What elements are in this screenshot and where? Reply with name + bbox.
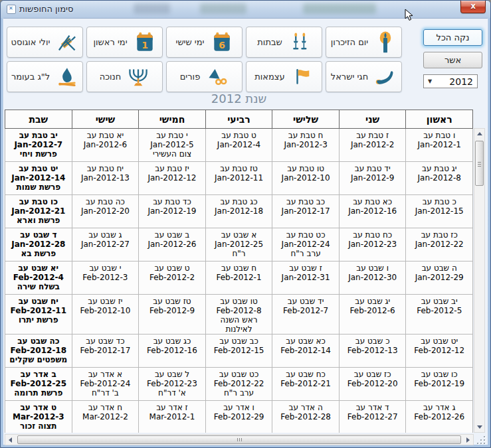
window-title: סימון החופשות — [19, 4, 73, 14]
calendar-cell[interactable]: יח שבט עב11-Feb-2012פרשת יתרו — [5, 295, 72, 335]
calendar-cell[interactable]: ח טבת עב3-Jan-2012 — [272, 129, 340, 162]
calendar-cell[interactable]: טז טבת עב11-Jan-2012 — [205, 162, 272, 195]
calendar-cell[interactable]: ב שבט עב26-Jan-2012 — [139, 228, 206, 261]
calendar-cell[interactable]: יז שבט עב10-Feb-2012 — [72, 295, 139, 335]
calendar-cell[interactable]: יד טבת עב9-Jan-2012 — [339, 162, 406, 195]
calendar-cell[interactable]: א אדר עב24-Feb-2012ב' דר"ח — [72, 368, 139, 401]
calendar-cell[interactable]: כג שבט עב16-Feb-2012 — [139, 335, 206, 368]
lag-baomer-button[interactable]: ל"ג בעומר — [7, 61, 83, 92]
calendar-cell[interactable]: יג שבט עב6-Feb-2012 — [339, 295, 406, 335]
calendar-cell[interactable]: י טבת עב5-Jan-2012צום העשירי — [139, 129, 206, 162]
calendar-cell[interactable]: ב אדר עב25-Feb-2012פרשת תרומה — [5, 368, 72, 401]
calendar-cell[interactable]: ח שבט עב1-Feb-2012 — [205, 261, 272, 295]
calendar-cell[interactable]: ח אדר עב2-Mar-2012 — [72, 401, 139, 433]
calendar-cell[interactable]: כט טבת עב24-Jan-2012ערב ר"ח — [272, 228, 340, 261]
israel-holidays-button[interactable]: חגי ישראל — [326, 61, 402, 92]
calendar-cell[interactable]: טו טבת עב10-Jan-2012 — [272, 162, 340, 195]
vertical-scroll-thumb[interactable] — [475, 141, 484, 186]
calendar-cell[interactable]: טז שבט עב9-Feb-2012 — [139, 295, 206, 335]
calendar-cell[interactable]: יא טבת עב6-Jan-2012 — [72, 129, 139, 162]
calendar-cell[interactable]: כח שבט עב21-Feb-2012 — [272, 368, 340, 401]
calendar-cell[interactable]: ה שבט עב29-Jan-2012 — [406, 261, 473, 295]
calendar-cell[interactable]: ה אדר עב28-Feb-2012 — [272, 401, 340, 433]
calendar-cell[interactable]: יב שבט עב5-Feb-2012 — [406, 295, 473, 335]
calendar-cell[interactable]: כו טבת עב21-Jan-2012פרשת וארא — [5, 195, 72, 228]
horizontal-scroll-thumb[interactable] — [17, 435, 461, 444]
calendar-cell[interactable]: יא שבט עב4-Feb-2012בשלח שירה — [5, 261, 72, 295]
calendar-cell[interactable]: ג אדר עב26-Feb-2012 — [406, 401, 473, 433]
independence-button[interactable]: עצמאות — [246, 61, 322, 92]
calendar-cell[interactable]: כב טבת עב17-Jan-2012 — [272, 195, 340, 228]
calendar-cell[interactable]: כ שבט עב13-Feb-2012 — [339, 335, 406, 368]
sundays-button[interactable]: 1 ימי ראשון — [86, 27, 163, 58]
calendar-cell[interactable]: יז טבת עב12-Jan-2012 — [139, 162, 206, 195]
clear-all-button[interactable]: נקה הכל — [423, 29, 482, 46]
side-controls: נקה הכל אשר 2012 ▼ — [423, 29, 482, 88]
calendar-cell[interactable]: יג טבת עב8-Jan-2012 — [406, 162, 473, 195]
calendar-cell[interactable]: ט טבת עב4-Jan-2012 — [205, 129, 272, 162]
calendar-cell[interactable]: טו שבט עב8-Feb-2012ראש השנה לאילנות — [205, 295, 272, 335]
calendar-cell[interactable]: כה טבת עב20-Jan-2012 — [72, 195, 139, 228]
calendar-cell[interactable]: ל שבט עב23-Feb-2012א' דר"ח — [139, 368, 206, 401]
calendar-cell[interactable]: כז שבט עב20-Feb-2012 — [339, 368, 406, 401]
resize-grip[interactable] — [476, 435, 486, 445]
calendar-cell[interactable]: כד שבט עב17-Feb-2012 — [72, 335, 139, 368]
calendar-cell[interactable]: כב שבט עב15-Feb-2012 — [205, 335, 272, 368]
calendar-cell[interactable]: ז טבת עב2-Jan-2012 — [339, 129, 406, 162]
calendar-cell[interactable]: ד אדר עב27-Feb-2012 — [339, 401, 406, 433]
calendar-cell[interactable]: י שבט עב3-Feb-2012 — [72, 261, 139, 295]
confirm-button[interactable]: אשר — [423, 52, 482, 68]
close-button[interactable]: x — [460, 1, 486, 13]
hanukkah-button[interactable]: חנוכה — [86, 61, 163, 92]
calendar-cell[interactable]: כ טבת עב15-Jan-2012 — [406, 195, 473, 228]
button-label: יום הזיכרון — [331, 37, 368, 47]
calendar-6-icon: 6 — [211, 29, 233, 56]
calendar-cell[interactable]: יב טבת עב7-Jan-2012פרשת ויחי — [5, 129, 72, 162]
calendar-cell[interactable]: יט שבט עב12-Feb-2012 — [406, 335, 473, 368]
scroll-down-button[interactable] — [474, 421, 484, 432]
calendar-cell[interactable]: כז טבת עב22-Jan-2012 — [406, 228, 473, 261]
year-select[interactable]: 2012 ▼ — [423, 74, 478, 88]
calendar-week-row: ו טבת עב1-Jan-2012ז טבת עב2-Jan-2012ח טב… — [5, 129, 473, 162]
memorial-day-button[interactable]: יום הזיכרון — [326, 27, 402, 58]
calendar-cell[interactable]: ד שבט עב28-Jan-2012פרשת בא — [5, 228, 72, 261]
calendar-cell[interactable]: כח טבת עב23-Jan-2012 — [339, 228, 406, 261]
calendar-cell[interactable]: ט אדר עב3-Mar-2012תצוה זכור — [5, 401, 72, 433]
calendar-cell[interactable]: כט שבט עב22-Feb-2012ערב ר"ח — [205, 368, 272, 401]
calendar-cell[interactable]: כו שבט עב19-Feb-2012 — [406, 368, 473, 401]
scroll-left-button[interactable] — [5, 435, 16, 445]
holiday-buttons-grid: יום הזיכרון שבתות 6 ימי שישי — [6, 27, 402, 92]
fridays-button[interactable]: 6 ימי שישי — [166, 27, 243, 58]
calendar-cell[interactable]: כא שבט עב14-Feb-2012 — [272, 335, 340, 368]
calendar-cell[interactable]: ו שבט עב30-Jan-2012 — [339, 261, 406, 295]
button-label: ימי שישי — [176, 37, 205, 47]
memorial-candle-icon — [374, 29, 397, 56]
year-value: 2012 — [436, 76, 477, 87]
calendar-cell[interactable]: ו אדר עב29-Feb-2012 — [205, 401, 272, 433]
horizontal-scrollbar[interactable] — [5, 434, 474, 445]
calendar-cell[interactable]: יט טבת עב14-Jan-2012פרשת שמות — [5, 162, 72, 195]
calendar-cell[interactable]: כא טבת עב16-Jan-2012 — [339, 195, 406, 228]
calendar-cell[interactable]: ו טבת עב1-Jan-2012 — [406, 129, 473, 162]
chevron-down-icon[interactable]: ▼ — [424, 78, 436, 84]
titlebar[interactable]: סימון החופשות x — [1, 1, 490, 18]
calendar-cell[interactable]: ז שבט עב31-Jan-2012 — [272, 261, 340, 295]
day-header-1: שני — [339, 110, 406, 129]
window-calendar-icon — [7, 5, 16, 14]
button-label: ימי ראשון — [93, 37, 127, 47]
calendar-cell[interactable]: ז אדר עב1-Mar-2012 — [139, 401, 206, 433]
calendar-cell[interactable]: כד טבת עב19-Jan-2012 — [139, 195, 206, 228]
calendar-cell[interactable]: ג שבט עב27-Jan-2012 — [72, 228, 139, 261]
calendar-cell[interactable]: כה שבט עב18-Feb-2012משפטים שקלים — [5, 335, 72, 368]
vertical-scrollbar[interactable] — [474, 128, 485, 433]
scroll-up-button[interactable] — [474, 129, 484, 139]
shabbatot-button[interactable]: שבתות — [246, 27, 322, 58]
july-august-button[interactable]: יולי אוגוסט — [7, 27, 83, 58]
scroll-right-button[interactable] — [462, 435, 473, 445]
calendar-cell[interactable]: יח טבת עב13-Jan-2012 — [72, 162, 139, 195]
calendar-cell[interactable]: כג טבת עב18-Jan-2012 — [205, 195, 272, 228]
calendar-cell[interactable]: ט שבט עב2-Feb-2012 — [139, 261, 206, 295]
calendar-cell[interactable]: א שבט עב25-Jan-2012ר"ח — [205, 228, 272, 261]
purim-button[interactable]: פורים — [166, 61, 243, 92]
calendar-cell[interactable]: יד שבט עב7-Feb-2012 — [272, 295, 340, 335]
